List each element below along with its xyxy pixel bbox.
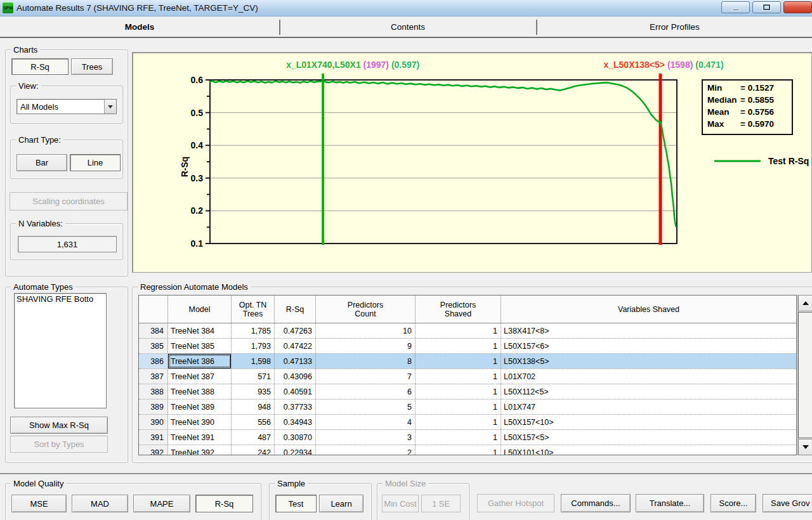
table-cell[interactable]: 948 [232,400,275,414]
scroll-down-button[interactable] [798,439,812,455]
sort-by-types-button[interactable]: Sort by Types [10,436,108,453]
table-cell[interactable]: 0.47263 [275,323,316,338]
chart-trees-button[interactable]: Trees [71,58,113,75]
row-number-cell[interactable]: 388 [139,384,168,399]
rsq-quality-button[interactable]: R-Sq [195,495,253,512]
table-cell[interactable]: L50X138<5> [501,354,797,368]
table-row[interactable]: 391TreeNet 3914870.3087031L50X157<5> [139,430,796,445]
row-number-cell[interactable]: 386 [139,354,168,368]
chart-type-line-button[interactable]: Line [70,154,121,171]
row-number-cell[interactable]: 384 [139,323,168,338]
table-cell[interactable]: 8 [316,354,416,368]
table-cell[interactable]: TreeNet 391 [168,430,232,445]
table-cell[interactable]: L50X157<6> [501,339,797,353]
save-grove-button[interactable]: Save Grov [763,494,812,512]
row-number-cell[interactable]: 385 [139,339,168,353]
table-cell[interactable]: TreeNet 389 [168,400,232,414]
table-cell[interactable]: L50X112<5> [501,384,797,399]
table-cell[interactable]: 242 [232,445,275,455]
table-cell[interactable]: 10 [316,323,416,338]
translate-button[interactable]: Translate... [636,494,704,512]
table-cell[interactable]: 935 [232,384,275,399]
table-cell[interactable]: L38X417<8> [501,323,797,338]
table-cell[interactable]: 1 [416,445,501,455]
table-cell[interactable]: 1 [416,354,501,368]
table-row[interactable]: 388TreeNet 3889350.4059161L50X112<5> [139,384,796,400]
table-cell[interactable]: 1 [416,339,501,353]
table-cell[interactable]: 9 [316,339,416,353]
table-cell[interactable]: L01X702 [501,369,797,384]
table-cell[interactable]: 1 [416,430,501,445]
minimize-button[interactable] [721,1,750,13]
table-row[interactable]: 387TreeNet 3875710.4309671L01X702 [139,369,796,384]
table-cell[interactable]: 1,598 [232,354,275,368]
table-cell[interactable]: 0.40591 [275,384,316,399]
table-cell[interactable]: TreeNet 390 [168,415,232,429]
table-cell[interactable]: 0.37733 [275,400,316,414]
table-cell[interactable]: 0.43096 [275,369,316,384]
table-row[interactable]: 389TreeNet 3899480.3773351L01X747 [139,400,796,415]
table-cell[interactable]: 1,793 [232,339,275,353]
table-cell[interactable]: 7 [316,369,416,384]
table-cell[interactable]: 571 [232,369,275,384]
table-cell[interactable]: 0.47133 [275,354,316,368]
table-cell[interactable]: 487 [232,430,275,445]
chart-type-bar-button[interactable]: Bar [16,154,67,171]
table-row[interactable]: 385TreeNet 3851,7930.4742291L50X157<6> [139,339,796,354]
table-cell[interactable]: 556 [232,415,275,429]
score-button[interactable]: Score... [710,494,756,512]
table-cell[interactable]: TreeNet 392 [168,445,232,455]
table-cell[interactable]: 2 [316,445,416,455]
mad-button[interactable]: MAD [72,495,128,512]
chart-rsq-button[interactable]: R-Sq [11,58,69,75]
automate-types-list[interactable]: SHAVING RFE Botto [14,293,107,408]
sample-test-button[interactable]: Test [275,495,317,512]
view-dropdown[interactable]: All Models [16,99,117,114]
table-cell[interactable]: 1 [416,415,501,429]
row-number-cell[interactable]: 392 [139,445,168,455]
sample-learn-button[interactable]: Learn [319,495,363,512]
gather-hotspot-button[interactable]: Gather Hotspot [477,494,554,512]
table-cell[interactable]: 0.34943 [275,415,316,429]
tab-models[interactable]: Models [0,17,279,37]
table-cell[interactable]: 1 [416,400,501,414]
one-se-button[interactable]: 1 SE [421,495,461,512]
table-cell[interactable]: TreeNet 387 [168,369,232,384]
tab-contents[interactable]: Contents [280,17,535,37]
table-row[interactable]: 386TreeNet 3861,5980.4713381L50X138<5> [139,354,796,369]
table-cell[interactable]: TreeNet 385 [168,339,232,353]
min-cost-button[interactable]: Min Cost [382,495,419,512]
table-cell[interactable]: 1 [416,369,501,384]
commands-button[interactable]: Commands... [561,494,631,512]
show-max-rsq-button[interactable]: Show Max R-Sq [10,417,108,434]
list-item[interactable]: SHAVING RFE Botto [15,294,106,304]
table-cell[interactable]: 5 [316,400,416,414]
table-cell[interactable]: TreeNet 388 [168,384,232,399]
mse-button[interactable]: MSE [11,495,67,512]
dropdown-arrow-button[interactable] [104,100,116,114]
table-cell[interactable]: 0.30870 [275,430,316,445]
row-number-cell[interactable]: 389 [139,400,168,414]
table-cell[interactable]: TreeNet 386 [168,354,232,368]
row-number-cell[interactable]: 387 [139,369,168,384]
table-row[interactable]: 384TreeNet 3841,7850.47263101L38X417<8> [139,323,796,339]
table-row[interactable]: 392TreeNet 3922420.2293421L50X101<10> [139,445,796,455]
table-cell[interactable]: 1 [416,323,501,338]
row-number-cell[interactable]: 391 [139,430,168,445]
table-cell[interactable]: 3 [316,430,416,445]
table-scrollbar[interactable] [797,295,812,455]
scroll-thumb[interactable] [798,312,812,438]
table-cell[interactable]: TreeNet 384 [168,323,232,338]
mape-button[interactable]: MAPE [133,495,190,512]
row-number-cell[interactable]: 390 [139,415,168,429]
table-cell[interactable]: 0.47422 [275,339,316,353]
table-cell[interactable]: 0.22934 [275,445,316,455]
table-row[interactable]: 390TreeNet 3905560.3494341L50X157<10> [139,415,796,430]
scaling-coordinates-button[interactable]: Scaling coordinates [10,192,128,211]
tab-error-profiles[interactable]: Error Profiles [537,17,812,37]
scroll-up-button[interactable] [798,295,812,311]
table-cell[interactable]: 1,785 [232,323,275,338]
table-cell[interactable]: L50X157<10> [501,415,797,429]
table-cell[interactable]: L50X157<5> [501,430,797,445]
close-button[interactable] [783,1,812,13]
